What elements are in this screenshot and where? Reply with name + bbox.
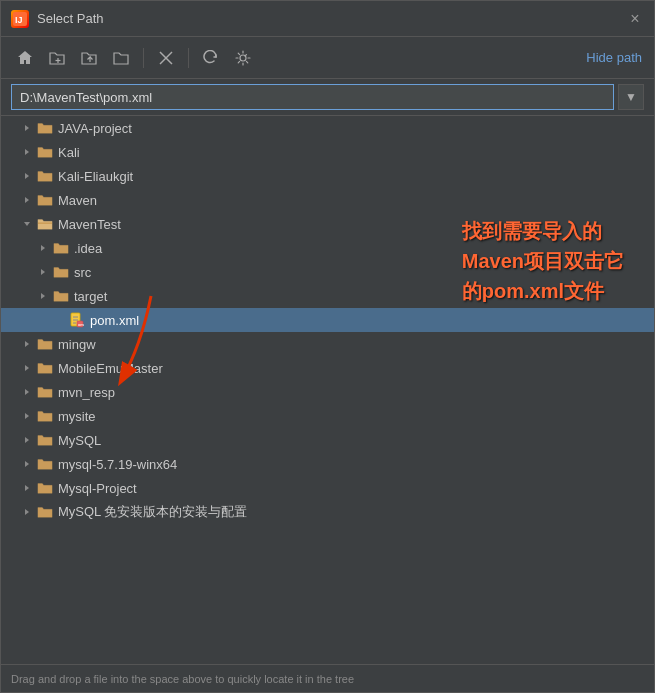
tree-item-label: Mysql-Project (58, 481, 137, 496)
settings-button[interactable] (231, 46, 255, 70)
separator-1 (143, 48, 144, 68)
tree-item[interactable]: Mysql-Project (1, 476, 654, 500)
folder-icon (37, 505, 53, 519)
folder-expander[interactable] (17, 196, 37, 204)
title-bar: IJ Select Path × (1, 1, 654, 37)
tree-item-label: MavenTest (58, 217, 121, 232)
file-tree[interactable]: JAVA-project Kali Kali-Eliaukgit Maven M… (1, 116, 654, 664)
folder-icon (37, 121, 53, 135)
svg-marker-9 (25, 149, 29, 155)
select-path-dialog: IJ Select Path × (0, 0, 655, 693)
svg-marker-26 (25, 413, 29, 419)
tree-item-label: mvn_resp (58, 385, 115, 400)
tree-item-label: mysite (58, 409, 96, 424)
svg-marker-16 (41, 293, 45, 299)
dialog-title: Select Path (37, 11, 104, 26)
folder-expander[interactable] (17, 340, 37, 348)
folder-expander[interactable] (17, 508, 37, 516)
folder-expander[interactable] (17, 172, 37, 180)
svg-marker-27 (25, 437, 29, 443)
file-icon: xml (69, 313, 85, 327)
tree-item-label: MySQL 免安装版本的安装与配置 (58, 503, 247, 521)
tree-item[interactable]: xml pom.xml (1, 308, 654, 332)
folder-up-button[interactable] (77, 46, 101, 70)
tree-item[interactable]: mysql-5.7.19-winx64 (1, 452, 654, 476)
tree-item-label: pom.xml (90, 313, 139, 328)
svg-text:IJ: IJ (15, 15, 23, 25)
folder-icon (37, 433, 53, 447)
folder-expander[interactable] (17, 412, 37, 420)
tree-item-label: MySQL (58, 433, 101, 448)
tree-item[interactable]: target (1, 284, 654, 308)
folder-icon (53, 265, 69, 279)
folder-icon (37, 193, 53, 207)
tree-item[interactable]: src (1, 260, 654, 284)
folder-expander[interactable] (17, 364, 37, 372)
folder-expander[interactable] (17, 388, 37, 396)
svg-text:xml: xml (78, 322, 84, 327)
folder-icon (37, 169, 53, 183)
separator-2 (188, 48, 189, 68)
folder-icon (37, 361, 53, 375)
tree-item[interactable]: MobileEmuMaster (1, 356, 654, 380)
svg-marker-28 (25, 461, 29, 467)
close-button[interactable]: × (626, 10, 644, 28)
toolbar: Hide path (1, 37, 654, 79)
home-button[interactable] (13, 46, 37, 70)
tree-item-label: Kali-Eliaukgit (58, 169, 133, 184)
tree-item[interactable]: MySQL (1, 428, 654, 452)
svg-marker-12 (24, 222, 30, 226)
svg-marker-30 (25, 509, 29, 515)
svg-marker-25 (25, 389, 29, 395)
tree-item[interactable]: mingw (1, 332, 654, 356)
tree-item[interactable]: mvn_resp (1, 380, 654, 404)
tree-item-label: src (74, 265, 91, 280)
folder-icon (37, 481, 53, 495)
tree-item-label: Maven (58, 193, 97, 208)
svg-marker-14 (41, 245, 45, 251)
folder-icon (37, 145, 53, 159)
hide-path-button[interactable]: Hide path (586, 50, 642, 65)
tree-item-label: JAVA-project (58, 121, 132, 136)
tree-item[interactable]: .idea (1, 236, 654, 260)
tree-item[interactable]: MySQL 免安装版本的安装与配置 (1, 500, 654, 524)
refresh-button[interactable] (199, 46, 223, 70)
folder-icon (37, 385, 53, 399)
folder-icon (53, 289, 69, 303)
status-bar: Drag and drop a file into the space abov… (1, 664, 654, 692)
folder-expander[interactable] (17, 436, 37, 444)
svg-marker-29 (25, 485, 29, 491)
folder-icon (37, 457, 53, 471)
title-bar-left: IJ Select Path (11, 10, 104, 28)
path-input[interactable] (11, 84, 614, 110)
app-icon: IJ (11, 10, 29, 28)
svg-marker-24 (25, 365, 29, 371)
folder-expander[interactable] (17, 148, 37, 156)
svg-marker-10 (25, 173, 29, 179)
folder-expander[interactable] (33, 244, 53, 252)
tree-item[interactable]: JAVA-project (1, 116, 654, 140)
tree-item[interactable]: mysite (1, 404, 654, 428)
tree-item[interactable]: Kali (1, 140, 654, 164)
folder-expander[interactable] (17, 220, 37, 228)
folder-expander[interactable] (17, 460, 37, 468)
tree-item[interactable]: MavenTest (1, 212, 654, 236)
tree-item-label: mingw (58, 337, 96, 352)
folder-button[interactable] (109, 46, 133, 70)
folder-expander[interactable] (33, 292, 53, 300)
svg-marker-15 (41, 269, 45, 275)
folder-expander[interactable] (17, 484, 37, 492)
folder-icon (37, 217, 53, 231)
new-folder-button[interactable] (45, 46, 69, 70)
path-dropdown-button[interactable]: ▼ (618, 84, 644, 110)
folder-expander[interactable] (17, 124, 37, 132)
tree-item[interactable]: Maven (1, 188, 654, 212)
svg-marker-8 (25, 125, 29, 131)
delete-button[interactable] (154, 46, 178, 70)
status-text: Drag and drop a file into the space abov… (11, 673, 354, 685)
folder-expander[interactable] (33, 268, 53, 276)
folder-icon (53, 241, 69, 255)
tree-item[interactable]: Kali-Eliaukgit (1, 164, 654, 188)
svg-marker-11 (25, 197, 29, 203)
folder-icon (37, 409, 53, 423)
